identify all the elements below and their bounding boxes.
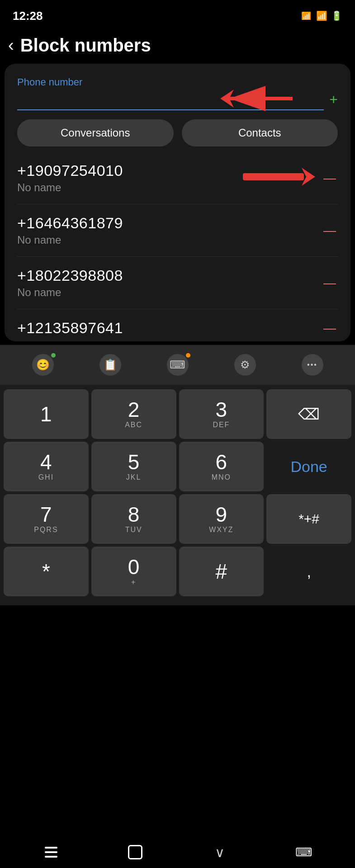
phone-number: +18022398808 [17,267,322,284]
contacts-tab[interactable]: Contacts [182,119,338,146]
keyboard-toolbar: 😊 📋 ⌨ ⚙ ••• [0,345,355,385]
key-1[interactable]: 1 [4,389,89,439]
clipboard-toolbar-button[interactable]: 📋 [94,351,127,378]
back-button[interactable]: ‹ [8,36,14,55]
key-5[interactable]: 5 JKL [91,442,176,491]
backspace-icon: ⌫ [298,406,320,422]
key-sublabel: MNO [212,473,231,481]
input-wrapper: Phone number [17,76,324,110]
menu-icon [45,847,57,858]
status-time: 12:28 [13,9,43,23]
key-2[interactable]: 2 ABC [91,389,176,439]
header: ‹ Block numbers [0,27,355,64]
phone-number-input[interactable] [17,90,324,110]
navigation-bar: ∨ ⌨ [0,836,355,868]
keyboard-nav-icon: ⌨ [295,845,312,859]
key-backspace[interactable]: ⌫ [266,389,351,439]
nav-keyboard-button[interactable]: ⌨ [290,843,317,861]
notification-dot [186,353,190,358]
more-toolbar-button[interactable]: ••• [296,351,329,378]
page-title: Block numbers [20,35,151,56]
remove-number-button[interactable]: — [322,172,338,184]
conversations-tab[interactable]: Conversations [17,119,174,146]
key-label: * [42,561,50,582]
key-8[interactable]: 8 TUV [91,494,176,544]
key-label: 7 [40,504,52,525]
svg-text:📶: 📶 [301,11,312,20]
blocked-number-item: +19097254010 No name — [17,152,338,204]
key-label: 9 [216,504,227,525]
keyboard-row-4: * 0 + # , [4,547,351,596]
add-number-button[interactable]: + [329,92,338,110]
key-sublabel: WXYZ [209,526,233,534]
number-info: +16464361879 No name [17,214,322,246]
keyboard-row-3: 7 PQRS 8 TUV 9 WXYZ *+# [4,494,351,544]
done-label: Done [290,459,327,474]
key-label: 1 [40,404,52,425]
key-0[interactable]: 0 + [91,547,176,596]
key-4[interactable]: 4 GHI [4,442,89,491]
blocked-number-item-partial: +12135897641 — [17,309,338,341]
key-label: # [216,561,227,582]
blocked-number-item: +18022398808 No name — [17,257,338,309]
key-7[interactable]: 7 PQRS [4,494,89,544]
key-sublabel: GHI [38,473,54,481]
keyboard-toolbar-button[interactable]: ⌨ [161,351,194,378]
status-bar: 12:28 📶 📶 🔋 [0,0,355,27]
key-label: *+# [298,512,319,526]
key-star[interactable]: * [4,547,89,596]
number-info: +18022398808 No name [17,267,322,299]
notification-dot [51,353,56,358]
key-sublabel: JKL [126,473,142,481]
status-icons: 📶 📶 🔋 [300,10,342,22]
key-comma[interactable]: , [266,547,351,596]
number-info: +12135897641 [17,319,322,337]
key-9[interactable]: 9 WXYZ [179,494,264,544]
key-label: 0 [128,557,140,577]
key-sublabel: ABC [125,421,142,429]
keyboard-row-1: 1 2 ABC 3 DEF ⌫ [4,389,351,439]
key-done[interactable]: Done [266,442,351,491]
home-icon [128,845,142,859]
contact-name: No name [17,286,322,299]
key-6[interactable]: 6 MNO [179,442,264,491]
key-sublabel: + [131,578,136,586]
number-list: +19097254010 No name — +16464361879 No n… [17,152,338,341]
contact-name: No name [17,234,322,246]
key-label: 2 [128,399,140,420]
phone-number: +12135897641 [17,319,322,337]
gear-icon: ⚙ [234,354,256,376]
tab-buttons: Conversations Contacts [17,119,338,146]
nav-back-button[interactable]: ∨ [206,843,233,861]
key-sublabel: TUV [125,526,142,534]
contact-name: No name [17,181,322,194]
key-sublabel: DEF [213,421,230,429]
keyboard-icon: ⌨ [167,354,189,376]
input-section: Phone number + [17,76,338,110]
key-label: 4 [40,452,52,472]
emoji-icon: 😊 [32,354,54,376]
emoji-toolbar-button[interactable]: 😊 [27,351,59,378]
nav-home-button[interactable] [122,843,149,861]
keyboard-row-2: 4 GHI 5 JKL 6 MNO Done [4,442,351,491]
key-label: 3 [216,399,227,420]
wifi-icon: 📶 [300,10,312,22]
blocked-number-item: +16464361879 No name — [17,204,338,257]
nav-menu-button[interactable] [38,843,65,861]
key-sublabel: PQRS [34,526,58,534]
key-label: 8 [128,504,140,525]
battery-icon: 🔋 [331,10,342,21]
key-star-hash[interactable]: *+# [266,494,351,544]
number-info: +19097254010 No name [17,162,322,194]
numeric-keyboard: 1 2 ABC 3 DEF ⌫ 4 GHI 5 JKL 6 MNO Done [0,385,355,605]
key-hash[interactable]: # [179,547,264,596]
remove-number-button[interactable]: — [322,224,338,237]
key-label: 6 [216,452,227,472]
remove-number-button[interactable]: — [322,277,338,289]
key-label: 5 [128,452,140,472]
main-card: Phone number + Conversations Contacts +1… [5,64,350,341]
chevron-down-icon: ∨ [215,844,225,860]
key-3[interactable]: 3 DEF [179,389,264,439]
remove-number-button[interactable]: — [322,322,338,335]
settings-toolbar-button[interactable]: ⚙ [229,351,261,378]
